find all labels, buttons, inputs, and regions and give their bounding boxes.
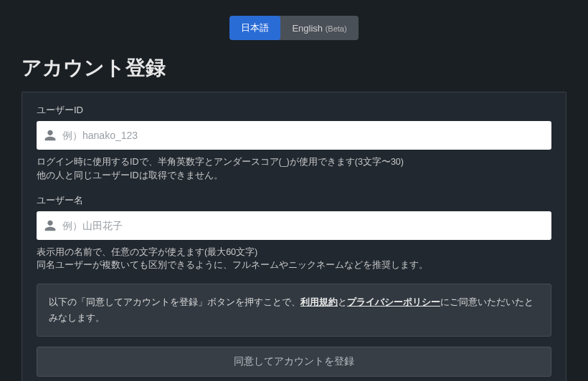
consent-and: と	[338, 296, 347, 307]
user-name-help-line2: 同名ユーザーが複数いても区別できるように、フルネームやニックネームなどを推奨しま…	[37, 259, 551, 272]
person-icon	[44, 219, 57, 232]
user-id-help-line1: ログイン時に使用するIDで、半角英数字とアンダースコア(_)が使用できます(3文…	[37, 155, 551, 169]
lang-ja-button[interactable]: 日本語	[229, 16, 280, 40]
user-id-label: ユーザーID	[37, 104, 551, 117]
user-name-input[interactable]	[57, 220, 544, 231]
user-id-input[interactable]	[57, 130, 544, 141]
user-name-help: 表示用の名前で、任意の文字が使えます(最大60文字) 同名ユーザーが複数いても区…	[37, 246, 551, 273]
language-group: 日本語 English (Beta)	[229, 16, 358, 40]
person-icon	[44, 129, 57, 142]
lang-en-beta: (Beta)	[326, 24, 347, 33]
consent-box: 以下の「同意してアカウントを登録」ボタンを押すことで、利用規約とプライバシーポリ…	[37, 284, 551, 337]
submit-button[interactable]: 同意してアカウントを登録	[37, 347, 551, 377]
tos-link[interactable]: 利用規約	[300, 296, 338, 307]
consent-pre: 以下の「同意してアカウントを登録」ボタンを押すことで、	[49, 296, 300, 307]
user-id-input-wrap	[37, 121, 551, 150]
lang-en-label: English	[292, 23, 323, 34]
user-name-label: ユーザー名	[37, 194, 551, 207]
page-title: アカウント登録	[22, 54, 566, 82]
user-name-help-line1: 表示用の名前で、任意の文字が使えます(最大60文字)	[37, 246, 551, 259]
user-name-input-wrap	[37, 211, 551, 240]
privacy-link[interactable]: プライバシーポリシー	[347, 296, 440, 307]
lang-en-button[interactable]: English (Beta)	[280, 16, 358, 40]
user-id-help-line2: 他の人と同じユーザーIDは取得できません。	[37, 169, 551, 183]
language-switcher: 日本語 English (Beta)	[0, 0, 588, 46]
user-id-help: ログイン時に使用するIDで、半角英数字とアンダースコア(_)が使用できます(3文…	[37, 155, 551, 183]
registration-panel: ユーザーID ログイン時に使用するIDで、半角英数字とアンダースコア(_)が使用…	[22, 92, 566, 381]
